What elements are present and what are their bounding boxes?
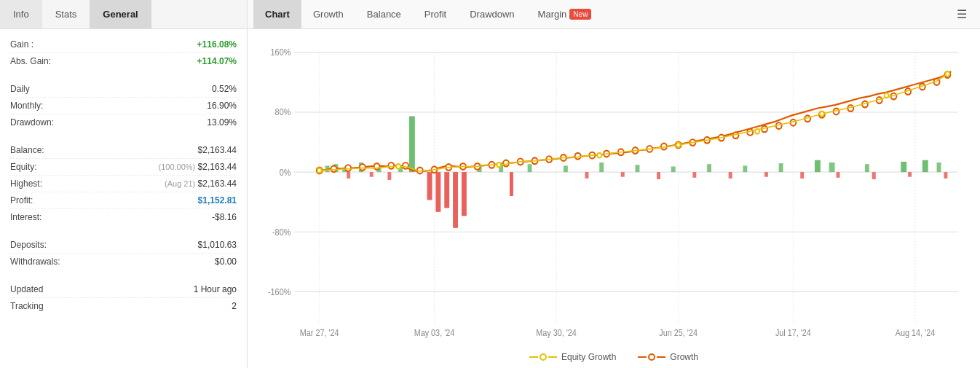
updated-value: 1 Hour ago (194, 284, 237, 294)
gain-row: Gain : +116.08% (10, 36, 237, 53)
profit-value: $1,152.81 (198, 195, 237, 205)
svg-rect-34 (599, 163, 604, 172)
chart-tab-margin[interactable]: Margin New (526, 0, 604, 28)
svg-rect-38 (743, 165, 747, 172)
chart-tab-balance[interactable]: Balance (355, 0, 413, 28)
svg-text:Mar 27, '24: Mar 27, '24 (300, 328, 339, 337)
svg-rect-47 (435, 172, 440, 212)
svg-rect-59 (729, 172, 732, 179)
monthly-value: 16.90% (207, 101, 237, 111)
new-badge: New (569, 9, 591, 20)
chart-tab-chart[interactable]: Chart (253, 0, 301, 28)
svg-rect-53 (387, 172, 391, 180)
highest-label: Highest: (10, 179, 42, 189)
withdrawals-label: Withdrawals: (10, 257, 60, 267)
svg-rect-54 (510, 172, 513, 196)
svg-rect-62 (837, 172, 840, 178)
chart-tab-drawdown[interactable]: Drawdown (458, 0, 526, 28)
svg-rect-51 (347, 172, 350, 179)
interest-value: -$8.16 (212, 212, 237, 222)
svg-rect-41 (829, 163, 835, 172)
deposits-label: Deposits: (10, 240, 47, 250)
withdrawals-value: $0.00 (215, 257, 237, 267)
svg-point-69 (360, 164, 365, 171)
tab-general[interactable]: General (90, 0, 151, 28)
svg-text:Jul 17, '24: Jul 17, '24 (775, 328, 812, 337)
svg-text:-160%: -160% (268, 287, 291, 297)
balance-group: Balance: $2,163.44 Equity: (100.00%) $2,… (10, 142, 237, 225)
highest-value: (Aug 21) $2,163.44 (165, 179, 237, 189)
svg-text:160%: 160% (271, 48, 291, 58)
svg-rect-40 (815, 160, 821, 172)
svg-point-71 (388, 163, 394, 169)
chart-area: 160% 80% 0% -80% -160% Mar 27, '24 May 0… (248, 29, 980, 348)
svg-point-115 (676, 143, 681, 148)
svg-rect-42 (865, 164, 869, 172)
gain-label: Gain : (10, 39, 33, 50)
monthly-row: Monthly: 16.90% (10, 98, 237, 114)
highest-row: Highest: (Aug 21) $2,163.44 (10, 176, 237, 192)
growth-legend-dot (648, 353, 655, 361)
profit-label: Profit: (10, 195, 33, 205)
interest-row: Interest: -$8.16 (10, 209, 237, 225)
tracking-label: Tracking (10, 301, 44, 311)
svg-rect-36 (671, 166, 676, 172)
equity-pct: (100.00%) (159, 163, 196, 171)
svg-rect-52 (370, 172, 374, 177)
svg-rect-56 (621, 172, 625, 177)
interest-label: Interest: (10, 212, 42, 222)
updated-label: Updated (10, 284, 43, 294)
tab-stats[interactable]: Stats (42, 0, 90, 28)
svg-rect-37 (707, 164, 711, 172)
updated-group: Updated 1 Hour ago Tracking 2 (10, 281, 237, 314)
chart-tab-profit[interactable]: Profit (413, 0, 458, 28)
tab-info[interactable]: Info (0, 0, 42, 28)
equity-amount: $2,163.44 (198, 162, 237, 172)
svg-text:May 03, '24: May 03, '24 (414, 328, 455, 337)
svg-rect-57 (657, 172, 660, 179)
svg-point-72 (403, 163, 408, 169)
svg-text:0%: 0% (280, 168, 291, 177)
svg-rect-29 (409, 116, 415, 172)
equity-legend-label: Equity Growth (561, 352, 616, 362)
chart-svg: 160% 80% 0% -80% -160% Mar 27, '24 May 0… (255, 36, 965, 348)
svg-rect-50 (462, 172, 467, 216)
legend-growth: Growth (638, 352, 698, 362)
svg-rect-46 (427, 172, 432, 200)
withdrawals-row: Withdrawals: $0.00 (10, 254, 237, 270)
abs-gain-label: Abs. Gain: (10, 56, 51, 66)
equity-value: (100.00%) $2,163.44 (159, 162, 237, 172)
deposits-row: Deposits: $1,010.63 (10, 237, 237, 254)
abs-gain-row: Abs. Gain: +114.07% (10, 53, 237, 69)
drawdown-row: Drawdown: 13.09% (10, 114, 237, 130)
svg-rect-44 (922, 160, 928, 172)
highest-date: (Aug 21) (165, 179, 195, 188)
daily-row: Daily 0.52% (10, 81, 237, 98)
balance-value: $2,163.44 (198, 145, 237, 155)
highest-amount: $2,163.44 (198, 179, 237, 189)
settings-icon[interactable]: ☰ (949, 1, 974, 27)
daily-group: Daily 0.52% Monthly: 16.90% Drawdown: 13… (10, 81, 237, 130)
right-panel: Chart Growth Balance Profit Drawdown Mar… (248, 0, 980, 368)
left-tabs: Info Stats General (0, 0, 247, 29)
svg-point-111 (317, 168, 322, 173)
chart-tab-growth[interactable]: Growth (301, 0, 355, 28)
svg-text:-80%: -80% (272, 227, 291, 237)
svg-rect-65 (944, 172, 947, 179)
svg-rect-43 (901, 162, 906, 172)
svg-rect-55 (585, 172, 588, 179)
daily-value: 0.52% (212, 84, 237, 94)
left-panel: Info Stats General Gain : +116.08% Abs. … (0, 0, 248, 368)
svg-rect-64 (908, 172, 912, 177)
svg-rect-32 (528, 164, 532, 172)
svg-rect-39 (779, 163, 783, 172)
chart-legend: Equity Growth Growth (248, 348, 980, 368)
equity-label: Equity: (10, 162, 37, 172)
drawdown-label: Drawdown: (10, 117, 54, 128)
deposits-value: $1,010.63 (198, 240, 237, 250)
svg-rect-35 (636, 165, 640, 172)
svg-point-117 (820, 111, 824, 117)
abs-gain-value: +114.07% (197, 56, 237, 66)
daily-label: Daily (10, 84, 30, 94)
gain-group: Gain : +116.08% Abs. Gain: +114.07% (10, 36, 237, 69)
